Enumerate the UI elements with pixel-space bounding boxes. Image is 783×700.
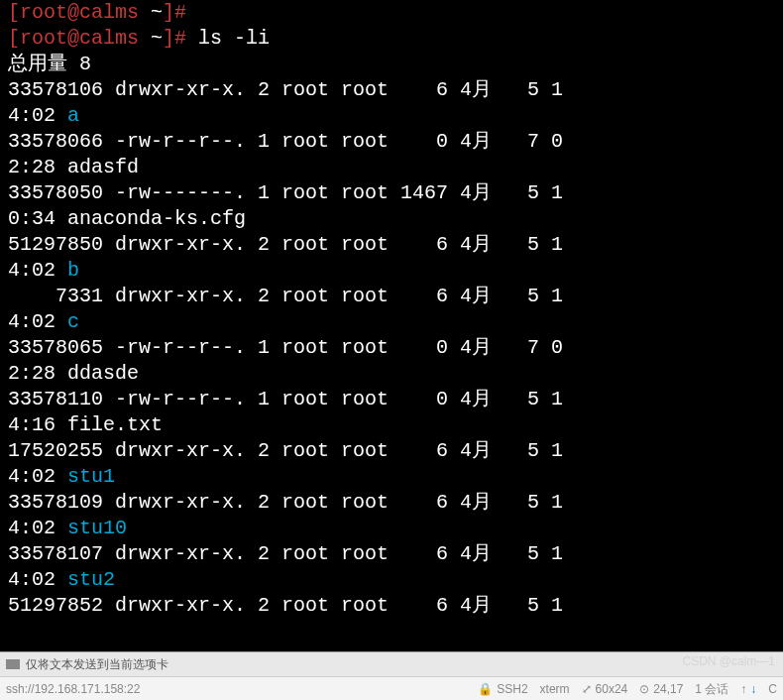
cap-indicator: C bbox=[768, 676, 777, 701]
ssh-address: ssh://192.168.171.158:22 bbox=[6, 676, 140, 701]
status-message: 仅将文本发送到当前选项卡 bbox=[26, 651, 168, 677]
mail-icon bbox=[6, 659, 20, 669]
ssh2-label: 🔒SSH2 bbox=[478, 676, 527, 701]
term-size: ⤢60x24 bbox=[582, 676, 628, 701]
download-arrow-icon: ↓ bbox=[750, 676, 756, 701]
session-count: 1 会话 bbox=[695, 676, 728, 701]
status-bar-info: 仅将文本发送到当前选项卡 bbox=[0, 651, 783, 676]
upload-indicator: ↑↓ bbox=[740, 676, 756, 701]
lock-icon: 🔒 bbox=[478, 676, 493, 701]
terminal-output[interactable]: [root@calms ~]# [root@calms ~]# ls -li 总… bbox=[0, 0, 783, 619]
status-bar-bottom: ssh://192.168.171.158:22 🔒SSH2 xterm ⤢60… bbox=[0, 676, 783, 700]
cursor-pos: ⊙24,17 bbox=[639, 676, 683, 701]
watermark: CSDN @calm—1 bbox=[682, 648, 775, 674]
term-type: xterm bbox=[540, 676, 570, 701]
